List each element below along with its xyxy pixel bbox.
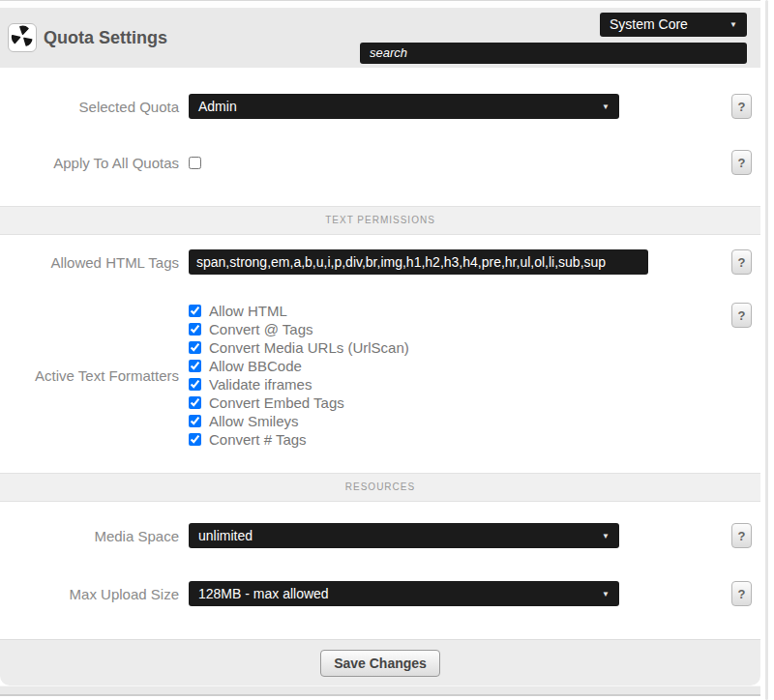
formatters-checkbox-list: Allow HTMLConvert @ TagsConvert Media UR… <box>189 302 409 449</box>
formatter-option[interactable]: Convert # Tags <box>189 430 409 449</box>
row-media-space: Media Space unlimited ▼ ? <box>0 523 760 548</box>
footer-bar: Save Changes <box>0 639 760 685</box>
row-active-text-formatters: Active Text Formatters Allow HTMLConvert… <box>0 302 760 449</box>
formatter-option[interactable]: Allow BBCode <box>189 357 409 375</box>
formatter-option[interactable]: Convert Embed Tags <box>189 394 409 412</box>
formatter-option[interactable]: Convert Media URLs (UrlScan) <box>189 338 409 357</box>
help-button-allowed-html-tags[interactable]: ? <box>731 249 752 275</box>
row-allowed-html-tags: Allowed HTML Tags ? <box>0 249 760 275</box>
max-upload-size-label: Max Upload Size <box>0 586 189 602</box>
formatter-checkbox[interactable] <box>189 341 201 354</box>
formatter-label: Allow Smileys <box>209 412 299 430</box>
selected-quota-value: Admin <box>198 99 237 114</box>
page-header: Quota Settings System Core ▼ <box>0 8 760 68</box>
selected-quota-select[interactable]: Admin ▼ <box>189 94 619 119</box>
selected-quota-label: Selected Quota <box>0 99 189 115</box>
app-icon-button[interactable] <box>8 23 37 52</box>
formatter-option[interactable]: Allow Smileys <box>189 412 409 430</box>
row-selected-quota: Selected Quota Admin ▼ ? <box>0 94 760 119</box>
formatter-label: Convert @ Tags <box>209 320 313 338</box>
formatter-option[interactable]: Convert @ Tags <box>189 320 409 338</box>
section-text-permissions: TEXT PERMISSIONS <box>0 206 760 235</box>
help-button-active-text-formatters[interactable]: ? <box>731 303 752 328</box>
formatter-checkbox[interactable] <box>189 323 201 335</box>
media-space-select[interactable]: unlimited ▼ <box>189 523 619 548</box>
top-strip <box>0 0 760 8</box>
formatter-checkbox[interactable] <box>189 415 201 427</box>
formatter-checkbox[interactable] <box>189 396 201 409</box>
quota-settings-page: Quota Settings System Core ▼ Selected Qu… <box>0 0 774 700</box>
search-input[interactable] <box>360 43 747 64</box>
formatter-checkbox[interactable] <box>189 433 201 446</box>
settings-panel: Quota Settings System Core ▼ Selected Qu… <box>0 0 760 696</box>
max-upload-size-select[interactable]: 128MB - max allowed ▼ <box>189 581 619 606</box>
formatter-label: Convert Media URLs (UrlScan) <box>209 338 409 357</box>
help-button-max-upload-size[interactable]: ? <box>731 581 752 606</box>
formatter-label: Convert # Tags <box>209 430 307 449</box>
apply-to-all-label: Apply To All Quotas <box>0 155 189 171</box>
max-upload-size-value: 128MB - max allowed <box>198 586 329 601</box>
help-button-apply-to-all[interactable]: ? <box>731 150 752 175</box>
chevron-down-icon: ▼ <box>729 20 737 29</box>
apply-to-all-checkbox[interactable] <box>189 157 201 169</box>
row-apply-to-all: Apply To All Quotas ? <box>0 150 760 175</box>
scrollbar[interactable] <box>760 0 774 700</box>
scrollbar-track <box>765 0 768 700</box>
formatter-label: Validate iframes <box>209 375 312 394</box>
formatter-checkbox[interactable] <box>189 360 201 372</box>
chevron-down-icon: ▼ <box>602 102 610 111</box>
media-space-value: unlimited <box>198 528 253 543</box>
chevron-down-icon: ▼ <box>602 590 610 598</box>
trefoil-icon <box>11 24 34 51</box>
formatter-checkbox[interactable] <box>189 305 201 317</box>
allowed-html-tags-input[interactable] <box>189 249 648 275</box>
formatter-label: Convert Embed Tags <box>209 394 344 412</box>
allowed-html-tags-label: Allowed HTML Tags <box>0 254 189 271</box>
save-changes-button[interactable]: Save Changes <box>320 650 440 677</box>
page-title: Quota Settings <box>44 28 360 48</box>
header-controls: System Core ▼ <box>360 13 747 64</box>
row-max-upload-size: Max Upload Size 128MB - max allowed ▼ ? <box>0 581 760 606</box>
active-text-formatters-label: Active Text Formatters <box>0 367 189 384</box>
section-resources: RESOURCES <box>0 473 760 502</box>
media-space-label: Media Space <box>0 528 189 544</box>
formatter-option[interactable]: Validate iframes <box>189 375 409 394</box>
formatter-checkbox[interactable] <box>189 378 201 391</box>
help-button-media-space[interactable]: ? <box>731 523 752 548</box>
module-select[interactable]: System Core ▼ <box>600 13 747 37</box>
formatter-option[interactable]: Allow HTML <box>189 302 409 320</box>
formatter-label: Allow BBCode <box>209 357 302 375</box>
chevron-down-icon: ▼ <box>602 532 610 540</box>
formatter-label: Allow HTML <box>209 302 287 320</box>
module-select-value: System Core <box>610 16 688 32</box>
help-button-selected-quota[interactable]: ? <box>731 94 752 119</box>
bottom-band <box>0 685 760 696</box>
